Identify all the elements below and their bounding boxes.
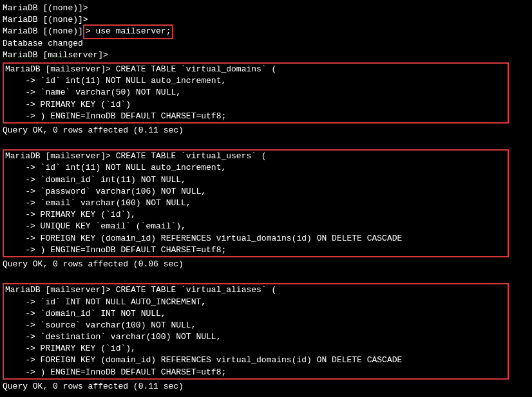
sql-line: -> FOREIGN KEY (domain_id) REFERENCES vi… [5,355,506,366]
prompt-line: MariaDB [(none)]> [3,14,529,26]
sql-line: -> `domain_id` INT NOT NULL, [5,308,506,320]
sql-line: -> `destination` varchar(100) NOT NULL, [5,331,506,343]
sql-line: -> `id` INT NOT NULL AUTO_INCREMENT, [5,297,506,308]
command-highlight: > use mailserver; [83,24,174,39]
sql-line: -> ) ENGINE=InnoDB DEFAULT CHARSET=utf8; [5,245,506,256]
blank-line [3,270,529,282]
create-table-virtual-domains: MariaDB [mailserver]> CREATE TABLE `virt… [3,62,509,124]
prompt-line: MariaDB [(none)]> [3,3,529,14]
sql-line: -> PRIMARY KEY (`id`), [5,209,506,221]
db-changed: Database changed [3,38,529,50]
use-db-line: MariaDB [(none)]> use mailserver; [3,26,529,37]
sql-line: MariaDB [mailserver]> CREATE TABLE `virt… [5,284,506,296]
prompt-text: MariaDB [(none)] [3,26,83,37]
sql-line: -> `email` varchar(100) NOT NULL, [5,198,506,209]
sql-line: MariaDB [mailserver]> CREATE TABLE `virt… [5,151,506,162]
sql-line: -> `name` varchar(50) NOT NULL, [5,87,506,98]
sql-line: -> FOREIGN KEY (domain_id) REFERENCES vi… [5,233,506,245]
blank-line [3,136,529,148]
sql-line: -> `source` varchar(100) NOT NULL, [5,320,506,331]
sql-line: -> UNIQUE KEY `email` (`email`), [5,221,506,232]
sql-line: -> ) ENGINE=InnoDB DEFAULT CHARSET=utf8; [5,111,506,122]
terminal-output[interactable]: MariaDB [(none)]> MariaDB [(none)]> Mari… [3,3,529,397]
sql-line: -> PRIMARY KEY (`id`) [5,99,506,111]
sql-line: -> `domain_id` int(11) NOT NULL, [5,174,506,186]
sql-line: -> `id` int(11) NOT NULL auto_increment, [5,162,506,174]
create-table-virtual-users: MariaDB [mailserver]> CREATE TABLE `virt… [3,149,509,257]
sql-line: -> PRIMARY KEY (`id`), [5,343,506,355]
sql-line: -> `id` int(11) NOT NULL auto_increment, [5,75,506,87]
create-table-virtual-aliases: MariaDB [mailserver]> CREATE TABLE `virt… [3,283,509,380]
blank-line [3,392,529,397]
prompt-line: MariaDB [mailserver]> [3,50,529,61]
sql-line: MariaDB [mailserver]> CREATE TABLE `virt… [5,64,506,75]
sql-line: -> ) ENGINE=InnoDB DEFAULT CHARSET=utf8; [5,367,506,378]
query-result: Query OK, 0 rows affected (0.11 sec) [3,125,529,136]
sql-line: -> `password` varchar(106) NOT NULL, [5,186,506,198]
query-result: Query OK, 0 rows affected (0.11 sec) [3,381,529,392]
query-result: Query OK, 0 rows affected (0.06 sec) [3,259,529,270]
